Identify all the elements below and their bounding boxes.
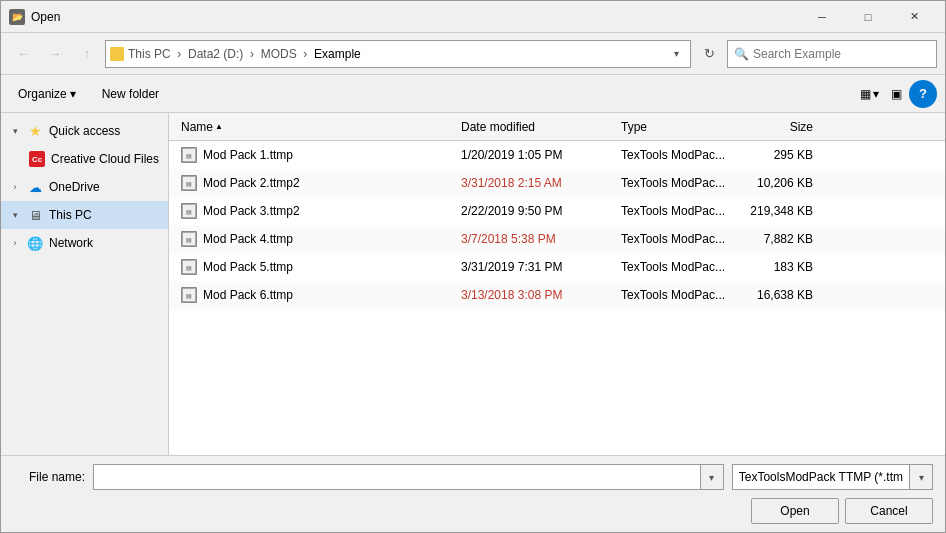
forward-button[interactable]: →: [41, 40, 69, 68]
minimize-button[interactable]: ─: [799, 1, 845, 33]
sidebar-label-network: Network: [49, 236, 93, 250]
organize-button[interactable]: Organize ▾: [9, 81, 85, 107]
sidebar-item-onedrive[interactable]: › ☁ OneDrive: [1, 173, 168, 201]
filename-row: File name: ▾ TexToolsModPack TTMP (*.ttm…: [13, 464, 933, 490]
file-cell-name: ▤Mod Pack 6.ttmp: [177, 287, 457, 303]
sort-arrow-name: ▲: [215, 122, 223, 131]
file-row[interactable]: ▤Mod Pack 1.ttmp1/20/2019 1:05 PMTexTool…: [169, 141, 945, 169]
new-folder-label: New folder: [102, 87, 159, 101]
file-cell-type: TexTools ModPac...: [617, 176, 737, 190]
address-bar[interactable]: This PC › Data2 (D:) › MODS › Example ▾: [105, 40, 691, 68]
column-header-date[interactable]: Date modified: [457, 120, 617, 134]
filename-input[interactable]: [93, 464, 700, 490]
organize-dropdown-icon: ▾: [70, 87, 76, 101]
file-cell-size: 183 KB: [737, 260, 817, 274]
file-list-container: Name ▲ Date modified Type Size ▤Mod Pack…: [169, 113, 945, 455]
filetype-dropdown-button[interactable]: ▾: [909, 464, 933, 490]
file-name-text: Mod Pack 6.ttmp: [203, 288, 293, 302]
file-icon: ▤: [181, 287, 197, 303]
breadcrumb: This PC › Data2 (D:) › MODS › Example: [128, 47, 662, 61]
address-dropdown-button[interactable]: ▾: [666, 41, 686, 67]
file-list-header: Name ▲ Date modified Type Size: [169, 113, 945, 141]
file-cell-date: 3/31/2018 2:15 AM: [457, 176, 617, 190]
sidebar-label-creative-cloud: Creative Cloud Files: [51, 152, 159, 166]
filetype-display: TexToolsModPack TTMP (*.ttm: [732, 464, 909, 490]
onedrive-icon: ☁: [27, 179, 43, 195]
creative-cloud-icon: Cc: [29, 151, 45, 167]
sidebar-label-onedrive: OneDrive: [49, 180, 100, 194]
network-icon: 🌐: [27, 235, 43, 251]
file-cell-size: 219,348 KB: [737, 204, 817, 218]
file-cell-type: TexTools ModPac...: [617, 204, 737, 218]
dialog-icon: 📂: [9, 9, 25, 25]
filetype-label: TexToolsModPack TTMP (*.ttm: [739, 470, 903, 484]
folder-icon: [110, 47, 124, 61]
sidebar-label-this-pc: This PC: [49, 208, 92, 222]
column-header-type[interactable]: Type: [617, 120, 737, 134]
help-button[interactable]: ?: [909, 80, 937, 108]
search-input[interactable]: [753, 47, 930, 61]
file-cell-size: 10,206 KB: [737, 176, 817, 190]
toolbar: Organize ▾ New folder ▦ ▾ ▣ ?: [1, 75, 945, 113]
file-cell-type: TexTools ModPac...: [617, 148, 737, 162]
view-icon: ▦: [860, 87, 871, 101]
file-icon: ▤: [181, 259, 197, 275]
file-cell-date: 2/22/2019 9:50 PM: [457, 204, 617, 218]
sidebar-label-quick-access: Quick access: [49, 124, 120, 138]
close-button[interactable]: ✕: [891, 1, 937, 33]
pane-button[interactable]: ▣: [886, 81, 907, 107]
back-button[interactable]: ←: [9, 40, 37, 68]
file-list: ▤Mod Pack 1.ttmp1/20/2019 1:05 PMTexTool…: [169, 141, 945, 455]
sidebar: ▾ ★ Quick access Cc Creative Cloud Files…: [1, 113, 169, 455]
file-name-text: Mod Pack 1.ttmp: [203, 148, 293, 162]
file-row[interactable]: ▤Mod Pack 6.ttmp3/13/2018 3:08 PMTexTool…: [169, 281, 945, 309]
col-size-label: Size: [790, 120, 813, 134]
dialog-title: Open: [31, 10, 799, 24]
organize-label: Organize: [18, 87, 67, 101]
view-button[interactable]: ▦ ▾: [855, 81, 884, 107]
open-button[interactable]: Open: [751, 498, 839, 524]
file-cell-type: TexTools ModPac...: [617, 288, 737, 302]
file-row[interactable]: ▤Mod Pack 3.ttmp22/22/2019 9:50 PMTexToo…: [169, 197, 945, 225]
pane-icon: ▣: [891, 87, 902, 101]
maximize-button[interactable]: □: [845, 1, 891, 33]
filetype-select-wrap: TexToolsModPack TTMP (*.ttm ▾: [732, 464, 933, 490]
up-button[interactable]: ↑: [73, 40, 101, 68]
file-cell-size: 7,882 KB: [737, 232, 817, 246]
address-bar-row: ← → ↑ This PC › Data2 (D:) › MODS › Exam…: [1, 33, 945, 75]
title-bar: 📂 Open ─ □ ✕: [1, 1, 945, 33]
sidebar-item-creative-cloud[interactable]: Cc Creative Cloud Files: [1, 145, 168, 173]
file-row[interactable]: ▤Mod Pack 4.ttmp3/7/2018 5:38 PMTexTools…: [169, 225, 945, 253]
new-folder-button[interactable]: New folder: [93, 81, 168, 107]
open-dialog: 📂 Open ─ □ ✕ ← → ↑ This PC › Data2 (D:) …: [0, 0, 946, 533]
col-type-label: Type: [621, 120, 647, 134]
column-header-size[interactable]: Size: [737, 120, 817, 134]
filename-dropdown-button[interactable]: ▾: [700, 464, 724, 490]
quick-access-icon: ★: [27, 123, 43, 139]
buttons-row: Open Cancel: [13, 498, 933, 524]
main-content: ▾ ★ Quick access Cc Creative Cloud Files…: [1, 113, 945, 455]
search-box[interactable]: 🔍: [727, 40, 937, 68]
file-cell-name: ▤Mod Pack 1.ttmp: [177, 147, 457, 163]
file-name-text: Mod Pack 3.ttmp2: [203, 204, 300, 218]
refresh-button[interactable]: ↻: [695, 40, 723, 68]
search-icon: 🔍: [734, 47, 749, 61]
file-row[interactable]: ▤Mod Pack 2.ttmp23/31/2018 2:15 AMTexToo…: [169, 169, 945, 197]
file-cell-type: TexTools ModPac...: [617, 260, 737, 274]
cancel-button[interactable]: Cancel: [845, 498, 933, 524]
file-cell-name: ▤Mod Pack 2.ttmp2: [177, 175, 457, 191]
file-cell-name: ▤Mod Pack 5.ttmp: [177, 259, 457, 275]
col-name-label: Name: [181, 120, 213, 134]
col-date-label: Date modified: [461, 120, 535, 134]
column-header-name[interactable]: Name ▲: [177, 120, 457, 134]
file-icon: ▤: [181, 175, 197, 191]
expand-arrow-network: ›: [9, 237, 21, 249]
file-row[interactable]: ▤Mod Pack 5.ttmp3/31/2019 7:31 PMTexTool…: [169, 253, 945, 281]
expand-arrow-onedrive: ›: [9, 181, 21, 193]
bottom-panel: File name: ▾ TexToolsModPack TTMP (*.ttm…: [1, 455, 945, 532]
sidebar-item-this-pc[interactable]: ▾ 🖥 This PC: [1, 201, 168, 229]
file-cell-size: 16,638 KB: [737, 288, 817, 302]
file-name-text: Mod Pack 4.ttmp: [203, 232, 293, 246]
sidebar-item-network[interactable]: › 🌐 Network: [1, 229, 168, 257]
sidebar-item-quick-access[interactable]: ▾ ★ Quick access: [1, 117, 168, 145]
